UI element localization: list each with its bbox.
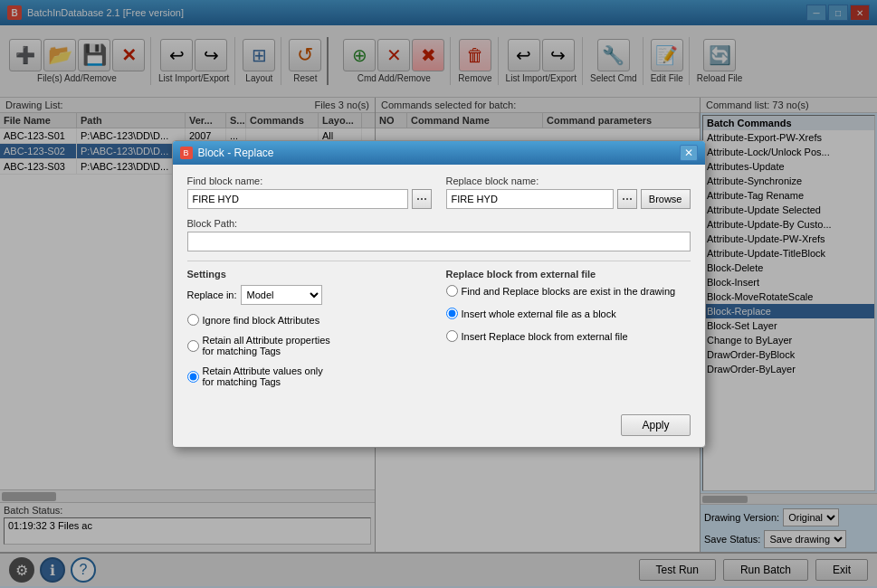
block-replace-modal: B Block - Replace ✕ Find block name: ⋯ R… [172,140,706,448]
replace-block-label: Replace block name: [446,175,691,186]
replace-external-title: Replace block from external file [446,269,691,280]
retain-values-label: Retain Attribute values onlyfor matching… [203,365,323,387]
modal-title-icon: B [180,147,193,159]
apply-button[interactable]: Apply [621,414,690,436]
insert-whole-label: Insert whole external file as a block [462,308,616,319]
ignore-attrs-label: Ignore find block Attributes [203,315,320,326]
find-block-input[interactable] [187,189,408,209]
retain-values-radio[interactable] [187,371,199,383]
browse-button[interactable]: Browse [641,189,691,209]
block-path-label: Block Path: [187,218,691,229]
replace-in-select[interactable]: Model Paper Space All [241,285,322,305]
modal-overlay: B Block - Replace ✕ Find block name: ⋯ R… [0,0,877,586]
insert-whole-radio[interactable] [446,308,458,319]
ignore-attrs-radio[interactable] [187,314,199,326]
modal-titlebar: B Block - Replace ✕ [173,141,705,165]
replace-browse-icon-button[interactable]: ⋯ [617,189,637,209]
find-replace-exists-radio[interactable] [446,285,458,297]
replace-in-label: Replace in: [187,289,237,300]
modal-title-text: Block - Replace [198,147,274,159]
find-browse-button[interactable]: ⋯ [412,189,432,209]
settings-section-title: Settings [187,269,432,280]
replace-block-input[interactable] [446,189,614,209]
insert-replace-label: Insert Replace block from external file [462,331,628,342]
modal-close-button[interactable]: ✕ [680,145,698,161]
find-replace-exists-label: Find and Replace blocks are exist in the… [462,286,676,297]
block-path-input[interactable] [187,232,691,251]
retain-all-radio[interactable] [187,340,199,352]
insert-replace-radio[interactable] [446,330,458,342]
retain-all-label: Retain all Attribute propertiesfor match… [203,335,330,356]
find-block-label: Find block name: [187,175,432,186]
